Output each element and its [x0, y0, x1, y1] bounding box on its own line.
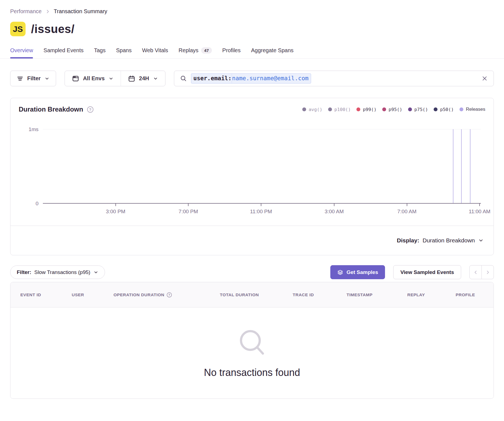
search-token-value: name.surname@email.com: [232, 74, 311, 83]
x-axis-tick: [261, 204, 261, 206]
legend-item-p95[interactable]: p95(): [382, 107, 402, 112]
search-filter-token[interactable]: user.email: name.surname@email.com: [191, 73, 311, 83]
platform-js-badge: JS: [10, 22, 26, 36]
empty-state-message: No transactions found: [204, 367, 300, 378]
column-header-operation-duration: OPERATION DURATION ?: [113, 292, 220, 298]
chart-legend: avg() p100() p99() p95() p75(): [302, 107, 485, 112]
chart-header: Duration Breakdown ? avg() p100() p99(): [10, 98, 494, 113]
chevron-right-icon: [485, 270, 491, 275]
release-marker-line[interactable]: [470, 129, 470, 204]
question-circle-icon[interactable]: ?: [167, 292, 172, 298]
pagination: [469, 265, 494, 279]
column-header-user: USER: [72, 292, 113, 297]
legend-dot: [382, 107, 386, 111]
search-token-key: user.email:: [191, 74, 232, 83]
legend-dot: [356, 107, 360, 111]
env-date-group: All Envs 24H: [65, 71, 165, 86]
x-axis-tick: [479, 204, 480, 206]
toolbar-right: Get Samples View Sampled Events: [330, 265, 494, 279]
x-axis-tick: [115, 204, 116, 206]
tab-profiles[interactable]: Profiles: [222, 47, 241, 58]
transactions-filter-dropdown[interactable]: Filter: Slow Transactions (p95): [10, 265, 105, 279]
tab-aggregate-spans[interactable]: Aggregate Spans: [251, 47, 294, 58]
chevron-down-icon: [109, 76, 113, 81]
transactions-filter-value: Slow Transactions (p95): [34, 269, 90, 275]
get-samples-button[interactable]: Get Samples: [330, 265, 385, 279]
tab-spans[interactable]: Spans: [116, 47, 132, 58]
tab-sampled-events[interactable]: Sampled Events: [43, 47, 84, 58]
date-range-selector[interactable]: 24H: [121, 71, 165, 86]
tab-overview[interactable]: Overview: [10, 47, 33, 58]
column-header-total-duration: TOTAL DURATION: [220, 292, 293, 297]
tab-tags[interactable]: Tags: [94, 47, 106, 58]
x-axis-label: 11:00 AM: [469, 209, 491, 215]
magnifier-icon: [180, 75, 187, 82]
replays-count-badge: 47: [201, 47, 212, 54]
filter-button-label: Filter: [27, 75, 41, 82]
gridline: [43, 129, 481, 129]
display-label: Display:: [397, 237, 419, 244]
display-selector[interactable]: Display: Duration Breakdown: [10, 226, 494, 255]
transactions-toolbar: Filter: Slow Transactions (p95) Get Samp…: [10, 265, 494, 279]
chevron-down-icon: [93, 270, 98, 275]
breadcrumb: Performance Transaction Summary: [10, 8, 494, 15]
column-header-profile: PROFILE: [456, 292, 494, 297]
x-axis-tick: [188, 204, 189, 206]
column-header-timestamp: TIMESTAMP: [347, 292, 407, 297]
breadcrumb-performance[interactable]: Performance: [10, 8, 42, 15]
tab-web-vitals[interactable]: Web Vitals: [142, 47, 168, 58]
duration-breakdown-chart[interactable]: 1ms 0 3:00 PM 7:00 PM 11:00 PM 3:00 AM 7…: [43, 129, 481, 204]
legend-item-p100[interactable]: p100(): [328, 107, 351, 112]
y-axis-min-label: 0: [35, 201, 38, 207]
column-header-replay: REPLAY: [407, 292, 456, 297]
chevron-down-icon: [45, 76, 49, 81]
filter-button[interactable]: Filter: [10, 71, 56, 86]
legend-item-p50[interactable]: p50(): [434, 107, 454, 112]
magnifier-icon: [237, 328, 267, 360]
x-axis-label: 7:00 AM: [397, 209, 417, 215]
column-header-event-id: EVENT ID: [20, 292, 72, 297]
display-value: Duration Breakdown: [423, 237, 475, 244]
previous-page-button[interactable]: [469, 265, 482, 279]
chart-title: Duration Breakdown: [19, 106, 83, 113]
clear-search-button[interactable]: [481, 75, 488, 82]
legend-item-p75[interactable]: p75(): [408, 107, 428, 112]
duration-breakdown-panel: Duration Breakdown ? avg() p100() p99(): [10, 98, 494, 255]
legend-item-avg[interactable]: avg(): [302, 107, 322, 112]
column-header-trace-id: TRACE ID: [293, 292, 347, 297]
breadcrumb-transaction-summary: Transaction Summary: [54, 8, 107, 15]
next-page-button[interactable]: [481, 265, 494, 279]
date-range-label: 24H: [139, 75, 149, 82]
page-title: /issues/: [31, 23, 74, 36]
legend-item-releases[interactable]: Releases: [459, 107, 485, 112]
get-samples-label: Get Samples: [347, 269, 378, 275]
layers-icon: [337, 269, 343, 275]
legend-dot: [408, 107, 412, 111]
window-icon: [72, 75, 79, 82]
x-axis-tick: [407, 204, 407, 206]
view-sampled-events-label: View Sampled Events: [400, 269, 454, 275]
question-circle-icon[interactable]: ?: [87, 106, 94, 113]
svg-text:?: ?: [168, 293, 170, 297]
y-axis-max-label: 1ms: [29, 126, 38, 132]
chevron-down-icon: [153, 76, 158, 81]
title-row: JS /issues/: [10, 22, 494, 36]
release-marker-line[interactable]: [453, 129, 453, 204]
environment-label: All Envs: [83, 75, 105, 82]
search-input[interactable]: user.email: name.surname@email.com: [174, 71, 494, 86]
chevron-left-icon: [473, 270, 478, 275]
x-axis-label: 3:00 AM: [325, 209, 344, 215]
legend-dot: [302, 107, 306, 111]
transactions-filter-label: Filter:: [17, 269, 31, 275]
view-sampled-events-button[interactable]: View Sampled Events: [393, 265, 461, 279]
filter-bar: Filter All Envs 24H: [10, 71, 494, 86]
table-empty-state: No transactions found: [10, 308, 494, 398]
chevron-down-icon: [478, 238, 484, 243]
tab-replays[interactable]: Replays 47: [179, 47, 212, 58]
environment-selector[interactable]: All Envs: [65, 71, 121, 86]
performance-overview-page: Performance Transaction Summary JS /issu…: [0, 0, 504, 399]
legend-item-p99[interactable]: p99(): [356, 107, 376, 112]
release-marker-line[interactable]: [461, 129, 462, 204]
calendar-icon: [128, 75, 135, 82]
x-axis-label: 3:00 PM: [106, 209, 125, 215]
